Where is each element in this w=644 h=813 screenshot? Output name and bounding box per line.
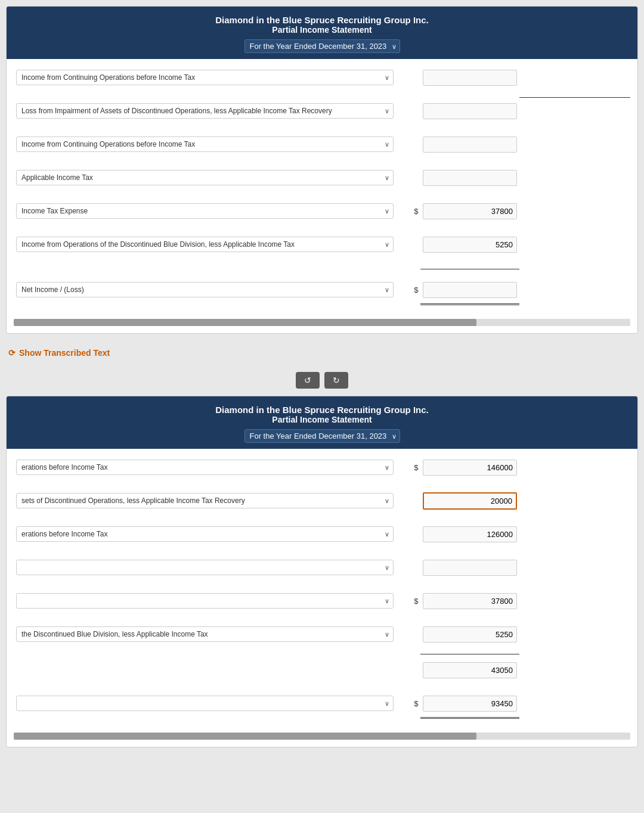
redo-button[interactable]: ↻ xyxy=(324,372,348,389)
card2-statement-title: Partial Income Statement xyxy=(13,415,631,424)
t2-row3-label-select[interactable]: erations before Income Tax xyxy=(16,526,394,542)
t2-row8-label-select[interactable] xyxy=(16,696,394,711)
label-select-wrap[interactable]: sets of Discontinued Operations, less Ap… xyxy=(16,493,394,508)
period-select-wrap[interactable]: For the Year Ended December 31, 2023 xyxy=(244,39,400,53)
label-cell: Income from Operations of the Discontinu… xyxy=(14,231,396,258)
dollar-sign xyxy=(396,64,420,91)
label-select-wrap[interactable]: erations before Income Tax xyxy=(16,526,394,542)
row5-label-select[interactable]: Income Tax Expense xyxy=(16,203,394,219)
value-cell[interactable] xyxy=(420,520,519,548)
t2-row2-value-input[interactable] xyxy=(423,492,516,510)
table-row: $ xyxy=(14,587,630,615)
label-cell: Loss from Impairment of Assets of Discon… xyxy=(14,97,396,125)
value-cell[interactable] xyxy=(420,620,519,648)
label-cell: Applicable Income Tax xyxy=(14,164,396,191)
card2-company-name: Diamond in the Blue Spruce Recruiting Gr… xyxy=(13,405,631,415)
value-cell[interactable] xyxy=(420,231,519,258)
value-cell[interactable] xyxy=(420,97,519,125)
t2-row1-label-select[interactable]: erations before Income Tax xyxy=(16,460,394,475)
label-select-wrap[interactable]: Loss from Impairment of Assets of Discon… xyxy=(16,103,394,119)
row4-value-input[interactable] xyxy=(423,170,516,186)
value-cell[interactable] xyxy=(420,131,519,158)
card-header: Diamond in the Blue Spruce Recruiting Gr… xyxy=(7,7,637,59)
table-row: the Discontinued Blue Division, less App… xyxy=(14,620,630,648)
label-select-wrap[interactable]: Applicable Income Tax xyxy=(16,170,394,185)
t2-row7-value-input[interactable] xyxy=(423,662,516,678)
dollar-sign xyxy=(396,131,420,158)
label-cell xyxy=(14,554,396,581)
table-row: Income from Continuing Operations before… xyxy=(14,64,630,91)
label-select-wrap[interactable]: Net Income / (Loss) xyxy=(16,282,394,297)
dollar-sign xyxy=(396,620,420,648)
t2-row5-value-input[interactable] xyxy=(423,593,516,609)
scrollbar-thumb-2[interactable] xyxy=(14,733,476,740)
t2-row2-label-select[interactable]: sets of Discontinued Operations, less Ap… xyxy=(16,493,394,508)
row6-value-input[interactable] xyxy=(423,237,516,253)
financial-table-1: Income from Continuing Operations before… xyxy=(14,64,630,316)
value-cell[interactable] xyxy=(420,164,519,191)
period-select[interactable]: For the Year Ended December 31, 2023 xyxy=(244,39,400,53)
label-select-wrap[interactable]: Income Tax Expense xyxy=(16,203,394,219)
scroll-hint-row xyxy=(14,307,630,316)
value-cell[interactable] xyxy=(420,656,519,684)
table-row: Income from Operations of the Discontinu… xyxy=(14,231,630,258)
label-cell xyxy=(14,587,396,615)
t2-row4-value-input[interactable] xyxy=(423,560,516,576)
dollar-sign xyxy=(396,231,420,258)
label-select-wrap[interactable] xyxy=(16,560,394,575)
value-cell[interactable] xyxy=(420,454,519,481)
row3-label-select[interactable]: Income from Continuing Operations before… xyxy=(16,136,394,152)
t2-row1-value-input[interactable] xyxy=(423,460,516,476)
row2-label-select[interactable]: Loss from Impairment of Assets of Discon… xyxy=(16,103,394,119)
label-cell: erations before Income Tax xyxy=(14,520,396,548)
label-select-wrap[interactable]: Income from Operations of the Discontinu… xyxy=(16,237,394,252)
table-row: erations before Income Tax $ xyxy=(14,454,630,481)
scrollbar-track[interactable] xyxy=(14,319,630,326)
dollar-sign: $ xyxy=(396,197,420,225)
row2-value-input[interactable] xyxy=(423,103,516,119)
t2-row6-label-select[interactable]: the Discontinued Blue Division, less App… xyxy=(16,626,394,642)
card2-period-select-wrap[interactable]: For the Year Ended December 31, 2023 xyxy=(244,429,400,443)
t2-row5-label-select[interactable] xyxy=(16,593,394,609)
row5-value-input[interactable] xyxy=(423,203,516,219)
label-select-wrap[interactable]: erations before Income Tax xyxy=(16,460,394,475)
row4-label-select[interactable]: Applicable Income Tax xyxy=(16,170,394,185)
dollar-sign xyxy=(396,97,420,125)
row1-label-select[interactable]: Income from Continuing Operations before… xyxy=(16,70,394,85)
label-cell: the Discontinued Blue Division, less App… xyxy=(14,620,396,648)
t2-row6-value-input[interactable] xyxy=(423,626,516,643)
label-select-wrap[interactable] xyxy=(16,593,394,609)
transcribe-icon: ⟳ xyxy=(8,348,16,358)
scrollbar-thumb[interactable] xyxy=(14,319,476,326)
value-cell[interactable] xyxy=(420,554,519,581)
label-cell xyxy=(14,690,396,717)
value-cell[interactable] xyxy=(420,64,519,91)
label-cell: sets of Discontinued Operations, less Ap… xyxy=(14,487,396,514)
show-transcribed-btn[interactable]: ⟳ Show Transcribed Text xyxy=(6,343,638,362)
label-select-wrap[interactable]: Income from Continuing Operations before… xyxy=(16,70,394,85)
scrollbar-track-2[interactable] xyxy=(14,733,630,740)
label-cell: Income from Continuing Operations before… xyxy=(14,64,396,91)
t2-row4-label-select[interactable] xyxy=(16,560,394,575)
financial-table-2: erations before Income Tax $ xyxy=(14,454,630,730)
t2-row8-value-input[interactable] xyxy=(423,696,516,712)
value-cell[interactable] xyxy=(420,197,519,225)
row6-label-select[interactable]: Income from Operations of the Discontinu… xyxy=(16,237,394,252)
first-card: Diamond in the Blue Spruce Recruiting Gr… xyxy=(6,6,638,334)
value-cell[interactable] xyxy=(420,487,519,514)
label-select-wrap[interactable]: Income from Continuing Operations before… xyxy=(16,136,394,152)
value-cell[interactable] xyxy=(420,690,519,717)
t2-row3-value-input[interactable] xyxy=(423,526,516,542)
undo-button[interactable]: ↺ xyxy=(296,372,320,389)
net-income-label-cell: Net Income / (Loss) xyxy=(14,276,396,303)
net-dollar-sign: $ xyxy=(396,276,420,303)
card2-period-select[interactable]: For the Year Ended December 31, 2023 xyxy=(244,429,400,443)
net-income-value-input[interactable] xyxy=(423,282,516,298)
label-select-wrap[interactable] xyxy=(16,696,394,711)
net-value-cell[interactable] xyxy=(420,276,519,303)
row3-value-input[interactable] xyxy=(423,136,516,153)
value-cell[interactable] xyxy=(420,587,519,615)
row1-value-input[interactable] xyxy=(423,70,516,86)
net-income-label-select[interactable]: Net Income / (Loss) xyxy=(16,282,394,297)
label-select-wrap[interactable]: the Discontinued Blue Division, less App… xyxy=(16,626,394,642)
